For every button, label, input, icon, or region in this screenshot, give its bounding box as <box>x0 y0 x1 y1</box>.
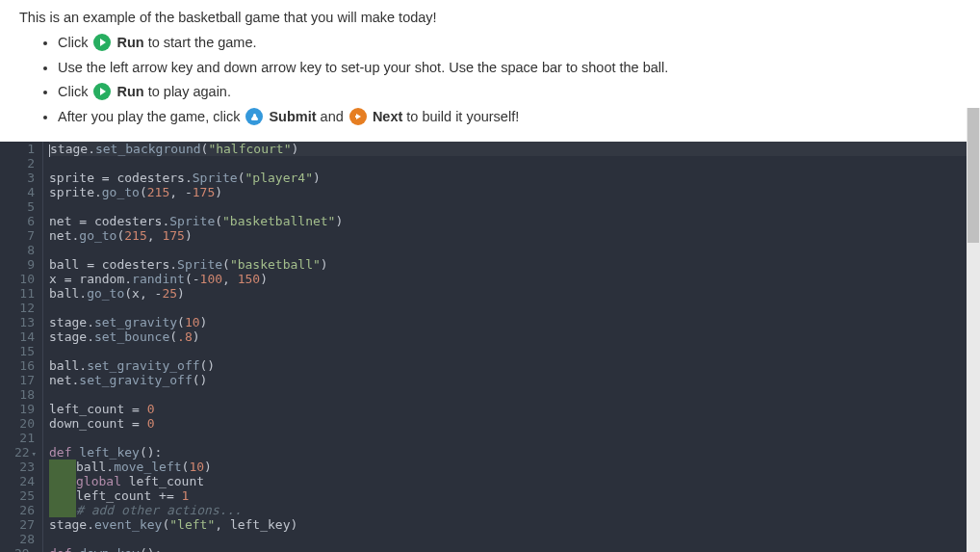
scrollbar-thumb[interactable] <box>967 108 979 243</box>
code-line[interactable]: stage.set_gravity(10) <box>49 315 980 329</box>
code-line[interactable] <box>49 387 980 402</box>
line-number: 25 <box>0 488 35 503</box>
code-line[interactable]: ball.set_gravity_off() <box>49 358 980 373</box>
instruction-item: Click Run to start the game. <box>58 33 961 54</box>
code-line[interactable] <box>49 243 980 257</box>
line-number: 6 <box>0 214 35 228</box>
code-line[interactable]: x = random.randint(-100, 150) <box>49 272 980 286</box>
line-number: 13 <box>0 315 35 329</box>
code-line[interactable] <box>49 532 980 546</box>
line-number: 8 <box>0 243 35 257</box>
code-line[interactable]: global left_count <box>49 474 980 488</box>
instruction-list: Click Run to start the game. Use the lef… <box>19 33 961 128</box>
code-line[interactable]: left_count += 1 <box>49 488 980 503</box>
code-line[interactable] <box>49 301 980 315</box>
submit-icon <box>245 108 263 125</box>
line-number: 18 <box>0 387 35 402</box>
line-number: 26 <box>0 503 35 517</box>
line-number: 22 <box>0 445 35 460</box>
intro-text: This is an example of the basketball gam… <box>19 8 961 29</box>
next-icon <box>349 108 367 125</box>
line-number: 23 <box>0 460 35 474</box>
code-line[interactable]: net.set_gravity_off() <box>49 373 980 387</box>
line-number: 12 <box>0 301 35 315</box>
code-line[interactable]: stage.set_bounce(.8) <box>49 329 980 344</box>
code-line[interactable]: down_count = 0 <box>49 416 980 431</box>
run-icon <box>93 83 111 100</box>
code-line[interactable] <box>49 199 980 214</box>
line-gutter: 1234567891011121314151617181920212223242… <box>0 142 42 552</box>
line-number: 20 <box>0 416 35 431</box>
code-line[interactable]: ball.go_to(x, -25) <box>49 286 980 301</box>
code-line[interactable]: ball.move_left(10) <box>49 460 980 474</box>
line-number: 9 <box>0 257 35 272</box>
line-number: 10 <box>0 272 35 286</box>
vertical-scrollbar[interactable] <box>967 108 980 552</box>
run-icon <box>93 34 111 51</box>
line-number: 19 <box>0 402 35 416</box>
code-line[interactable]: ball = codesters.Sprite("basketball") <box>49 257 980 272</box>
code-line[interactable]: def left_key(): <box>49 445 980 460</box>
code-line[interactable]: net = codesters.Sprite("basketballnet") <box>49 214 980 228</box>
code-line[interactable]: # add other actions... <box>49 503 980 517</box>
code-line[interactable]: def down_key(): <box>49 546 980 552</box>
line-number: 14 <box>0 329 35 344</box>
code-line[interactable]: stage.set_background("halfcourt") <box>49 142 980 156</box>
line-number: 21 <box>0 431 35 445</box>
line-number: 5 <box>0 199 35 214</box>
line-number: 1 <box>0 142 35 156</box>
code-line[interactable]: net.go_to(215, 175) <box>49 228 980 243</box>
code-line[interactable] <box>49 344 980 358</box>
line-number: 7 <box>0 228 35 243</box>
code-line[interactable]: sprite = codesters.Sprite("player4") <box>49 171 980 185</box>
line-number: 24 <box>0 474 35 488</box>
code-line[interactable] <box>49 431 980 445</box>
code-editor[interactable]: 1234567891011121314151617181920212223242… <box>0 142 980 552</box>
instructions-panel: This is an example of the basketball gam… <box>0 0 980 142</box>
line-number: 16 <box>0 358 35 373</box>
code-line[interactable]: stage.event_key("left", left_key) <box>49 517 980 532</box>
line-number: 28 <box>0 532 35 546</box>
code-area[interactable]: stage.set_background("halfcourt")sprite … <box>42 142 980 552</box>
line-number: 29 <box>0 546 35 552</box>
instruction-item: After you play the game, click Submit an… <box>58 107 961 128</box>
line-number: 4 <box>0 185 35 199</box>
code-line[interactable]: sprite.go_to(215, -175) <box>49 185 980 199</box>
code-line[interactable] <box>49 156 980 171</box>
code-line[interactable]: left_count = 0 <box>49 402 980 416</box>
line-number: 17 <box>0 373 35 387</box>
line-number: 2 <box>0 156 35 171</box>
line-number: 15 <box>0 344 35 358</box>
instruction-item: Use the left arrow key and down arrow ke… <box>58 58 961 79</box>
line-number: 3 <box>0 171 35 185</box>
instruction-item: Click Run to play again. <box>58 82 961 103</box>
line-number: 11 <box>0 286 35 301</box>
line-number: 27 <box>0 517 35 532</box>
